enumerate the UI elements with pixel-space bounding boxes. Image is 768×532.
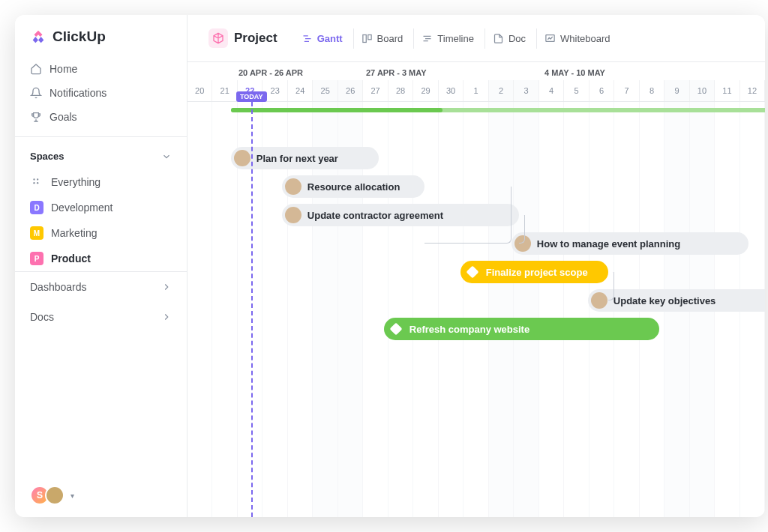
day-cell[interactable]: 8: [640, 80, 664, 101]
tab-label: Gantt: [317, 33, 343, 44]
day-cell[interactable]: 26: [338, 80, 363, 101]
gantt-task[interactable]: Update contractor agreement: [282, 204, 519, 226]
task-label: Update key objectives: [614, 295, 716, 306]
project-chip[interactable]: Project: [201, 24, 285, 52]
day-cell[interactable]: 11: [715, 80, 740, 101]
nav-goals[interactable]: Goals: [21, 105, 181, 129]
user-avatar[interactable]: [45, 486, 64, 505]
day-cell[interactable]: 4: [539, 80, 564, 101]
date-range: 27 APR - 3 MAY: [366, 62, 544, 80]
tab-label: Whiteboard: [560, 33, 610, 44]
view-tabs: Gantt Board Timeline Doc Whiteboard: [294, 28, 618, 49]
tab-board[interactable]: Board: [353, 28, 411, 49]
assignee-avatar: [234, 150, 250, 166]
trophy-icon: [30, 111, 42, 123]
gantt-task[interactable]: Resource allocation: [282, 175, 424, 198]
day-cell[interactable]: 9: [664, 80, 689, 101]
nav-home[interactable]: Home: [21, 57, 181, 81]
timeline-icon: [422, 33, 433, 44]
space-everything[interactable]: Everything: [15, 169, 187, 195]
day-cell[interactable]: 10: [690, 80, 715, 101]
assignee-avatar: [285, 207, 302, 223]
date-range: 4 MAY - 10 MAY: [544, 62, 723, 80]
day-cell[interactable]: 27: [363, 80, 388, 101]
nav-label: Notifications: [50, 87, 106, 99]
tab-doc[interactable]: Doc: [484, 28, 533, 49]
gantt-task[interactable]: Finalize project scope: [460, 261, 608, 283]
tab-timeline[interactable]: Timeline: [413, 28, 482, 49]
nav-label: Goals: [50, 111, 77, 123]
svg-point-1: [37, 178, 38, 180]
gantt-task[interactable]: Plan for next year: [231, 147, 379, 169]
bell-icon: [30, 87, 42, 99]
space-label: Development: [51, 202, 113, 214]
chevron-right-icon: [161, 282, 172, 292]
svg-point-3: [37, 182, 38, 184]
sidebar: ClickUp Home Notifications Goals Spaces: [15, 15, 188, 517]
diamond-icon: [466, 266, 478, 279]
day-cell[interactable]: 20: [188, 80, 212, 101]
dashboards-section[interactable]: Dashboards: [15, 271, 187, 302]
space-label: Marketing: [51, 227, 97, 239]
docs-section[interactable]: Docs: [15, 302, 187, 332]
day-cell[interactable]: 7: [614, 80, 639, 101]
space-label: Everything: [51, 176, 100, 188]
day-cell[interactable]: 29: [413, 80, 438, 101]
main-area: Project Gantt Board Timeline Doc: [188, 15, 765, 517]
doc-icon: [493, 33, 504, 44]
day-cell[interactable]: 24: [288, 80, 313, 101]
brand-name: ClickUp: [52, 28, 106, 45]
gantt-task[interactable]: How to manage event planning: [512, 232, 748, 255]
chevron-down-icon: [161, 151, 172, 162]
svg-point-2: [33, 182, 34, 184]
tab-label: Board: [377, 33, 404, 44]
home-icon: [30, 63, 42, 75]
tab-gantt[interactable]: Gantt: [294, 28, 350, 49]
assignee-avatar: [514, 235, 531, 252]
project-title: Project: [234, 31, 278, 46]
summary-bar-progress: [231, 108, 442, 112]
today-line: [251, 102, 253, 517]
section-label: Docs: [30, 311, 54, 323]
task-label: How to manage event planning: [537, 238, 680, 250]
gantt-task[interactable]: Refresh company website: [384, 318, 659, 340]
day-cell[interactable]: 21: [212, 80, 237, 101]
spaces-header[interactable]: Spaces: [15, 143, 187, 169]
svg-point-0: [33, 178, 34, 180]
day-cell[interactable]: 28: [388, 80, 413, 101]
day-cell[interactable]: 12: [740, 80, 765, 101]
day-cell[interactable]: 2: [489, 80, 514, 101]
space-item-development[interactable]: DDevelopment: [15, 195, 187, 220]
assignee-avatar: [285, 178, 302, 195]
gantt-chart[interactable]: Plan for next yearResource allocationUpd…: [188, 102, 765, 517]
space-item-product[interactable]: PProduct: [15, 246, 187, 271]
section-label: Dashboards: [30, 281, 87, 293]
today-badge: TODAY: [236, 91, 267, 102]
task-label: Refresh company website: [410, 324, 530, 335]
day-cell[interactable]: 1: [464, 80, 488, 101]
day-cell[interactable]: 6: [590, 80, 614, 101]
space-badge: D: [30, 201, 44, 214]
gantt-icon: [302, 33, 313, 44]
gantt-task[interactable]: Update key objectives: [588, 289, 765, 312]
day-cell[interactable]: 30: [439, 80, 464, 101]
dropdown-caret-icon[interactable]: ▾: [70, 492, 74, 500]
timeline-header: 20 APR - 26 APR27 APR - 3 MAY4 MAY - 10 …: [188, 62, 765, 102]
date-range: 20 APR - 26 APR: [188, 62, 366, 80]
day-cell[interactable]: 25: [313, 80, 338, 101]
nav-notifications[interactable]: Notifications: [21, 81, 181, 105]
board-icon: [362, 33, 373, 44]
sidebar-footer: S ▾: [15, 474, 187, 517]
svg-rect-8: [368, 34, 370, 39]
diamond-icon: [389, 323, 402, 336]
day-cell[interactable]: 5: [564, 80, 589, 101]
task-label: Update contractor agreement: [308, 210, 443, 221]
tab-whiteboard[interactable]: Whiteboard: [536, 28, 617, 49]
space-item-marketing[interactable]: MMarketing: [15, 220, 187, 246]
logo[interactable]: ClickUp: [15, 15, 187, 55]
day-cell[interactable]: 3: [514, 80, 538, 101]
svg-rect-7: [362, 34, 365, 42]
clickup-logo-icon: [30, 28, 46, 45]
grid-icon: [30, 175, 44, 189]
task-label: Resource allocation: [308, 181, 400, 193]
